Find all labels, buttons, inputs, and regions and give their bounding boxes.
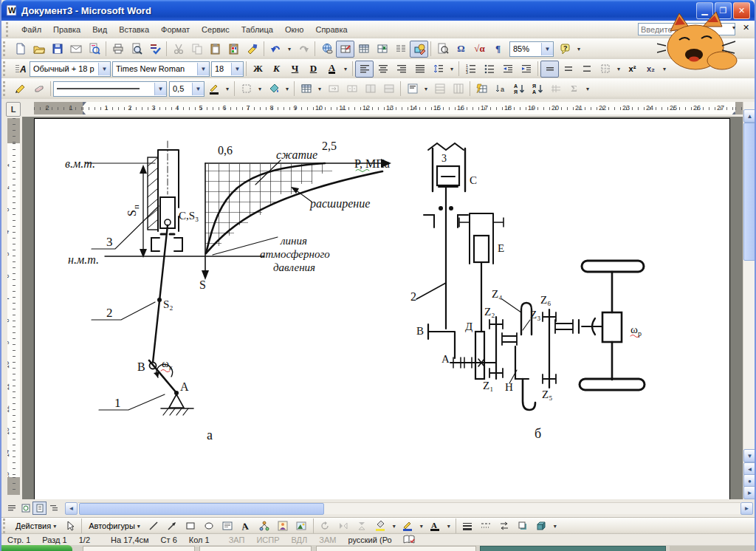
scroll-left-icon[interactable]: ◄ <box>65 502 78 515</box>
status-extend-mode[interactable]: ВДЛ <box>286 535 314 544</box>
vruler-bottom-margin[interactable] <box>7 477 20 495</box>
font-size-dropdown-icon[interactable]: ▼ <box>231 63 243 75</box>
threed-style-button[interactable] <box>532 518 551 535</box>
title-bar[interactable]: W Документ3 - Microsoft Word ▁ ❐ ✕ <box>1 0 755 21</box>
outline-view-button[interactable] <box>47 502 61 515</box>
toolbar-options-icon[interactable]: ▾ <box>551 519 560 534</box>
outside-border-button[interactable] <box>237 81 255 97</box>
rectangle-tool-button[interactable] <box>182 518 200 535</box>
email-button[interactable] <box>66 41 85 58</box>
columns-button[interactable] <box>391 41 410 58</box>
format-painter-button[interactable] <box>243 41 261 58</box>
toolbar-options-icon[interactable]: ▾ <box>574 41 583 57</box>
vertical-scrollbar[interactable]: ▲ ▼ ◄ ● ► <box>743 102 755 499</box>
insert-picture-button[interactable] <box>292 518 311 535</box>
bullet-list-button[interactable] <box>480 61 498 78</box>
styles-pane-button[interactable]: A <box>11 61 30 78</box>
style-combobox[interactable]: Обычный + 18 р ▼ <box>30 61 111 77</box>
menubar-close-icon[interactable]: ✕ <box>743 23 749 32</box>
document-page[interactable]: в.м.т. н.м.т. S п 3 C,S₃ S₂ 2 В ω к А <box>34 118 730 500</box>
toolbar-drag-handle[interactable] <box>6 22 12 37</box>
taskbar-button-active[interactable] <box>480 546 666 551</box>
hyperlink-button[interactable] <box>317 41 336 58</box>
print-preview-button[interactable] <box>127 41 145 58</box>
font-color-button-2[interactable]: А <box>426 518 444 535</box>
increase-indent-button[interactable] <box>517 61 535 78</box>
status-language[interactable]: русский (Ро <box>342 535 397 544</box>
ruler-right-margin[interactable] <box>735 102 743 114</box>
ruler-body[interactable]: 1234567891011121314151617181920212223242… <box>83 102 735 114</box>
shading-color-button[interactable] <box>264 81 283 97</box>
align-center-button[interactable] <box>374 61 392 78</box>
text-box-button[interactable] <box>219 518 237 535</box>
line-style-button[interactable] <box>458 518 477 535</box>
web-layout-button[interactable] <box>18 502 32 515</box>
print-layout-button[interactable] <box>32 502 47 515</box>
horizontal-scrollbar-thumb[interactable] <box>79 503 324 515</box>
horizontal-ruler[interactable]: 21 1234567891011121314151617181920212223… <box>34 102 743 114</box>
dash-style-button[interactable] <box>477 518 495 535</box>
line-style-dropdown-icon[interactable]: ▼ <box>154 83 166 95</box>
taskbar-button[interactable] <box>199 546 312 551</box>
font-color-button[interactable]: А <box>323 61 341 78</box>
draw-menu-button[interactable]: Действия▾ <box>11 519 61 534</box>
oval-tool-button[interactable] <box>200 518 219 535</box>
diagram-button[interactable] <box>255 518 274 535</box>
style-dropdown-icon[interactable]: ▼ <box>98 63 110 75</box>
underline-button[interactable]: Ч <box>286 61 304 78</box>
scroll-down-icon[interactable]: ▼ <box>743 449 756 462</box>
hanging-indent-marker[interactable] <box>83 107 86 114</box>
toolbar-options-icon[interactable]: ▾ <box>583 81 592 97</box>
bold-button[interactable]: Ж <box>249 61 267 78</box>
taskbar-button[interactable] <box>83 546 195 551</box>
vruler-top-margin[interactable] <box>7 118 20 143</box>
line-tool-button[interactable] <box>145 518 163 535</box>
drawing-button[interactable] <box>410 41 428 58</box>
menu-item[interactable]: Правка <box>47 23 86 36</box>
right-indent-marker[interactable] <box>731 108 735 114</box>
line-color-button[interactable] <box>399 518 417 535</box>
undo-button[interactable] <box>267 41 285 58</box>
arrow-tool-button[interactable] <box>163 518 182 535</box>
cell-alignment-dropdown-icon[interactable]: ▾ <box>422 81 430 97</box>
vertical-ruler[interactable]: 123456789101112131415 <box>7 118 20 495</box>
menu-item[interactable]: Окно <box>279 23 310 36</box>
line-color-dropdown-icon[interactable]: ▾ <box>417 519 426 534</box>
clip-art-button[interactable] <box>274 518 292 535</box>
text-direction-button[interactable]: a <box>491 81 509 97</box>
font-combobox[interactable]: Times New Roman ▼ <box>112 61 210 77</box>
eraser-button[interactable] <box>30 81 48 97</box>
equation-button[interactable]: √α <box>470 41 489 58</box>
fill-color-button[interactable] <box>371 518 390 535</box>
cell-alignment-button[interactable] <box>403 81 422 97</box>
single-spacing-button[interactable] <box>540 61 559 78</box>
menu-item[interactable]: Вставка <box>113 23 155 36</box>
line-spacing-button[interactable] <box>429 61 447 78</box>
vruler-body[interactable]: 123456789101112131415 <box>7 143 20 477</box>
wordart-button[interactable]: A <box>237 518 255 535</box>
menu-item[interactable]: Формат <box>155 23 196 36</box>
menu-item[interactable]: Сервис <box>196 23 236 36</box>
spelling-button[interactable] <box>145 41 164 58</box>
undo-dropdown-icon[interactable]: ▾ <box>285 41 294 57</box>
fill-color-dropdown-icon[interactable]: ▾ <box>390 519 399 534</box>
line-weight-combobox[interactable]: 0,5 ▼ <box>169 81 205 97</box>
font-size-combobox[interactable]: 18 ▼ <box>211 61 244 77</box>
insert-symbol-button[interactable]: Ω <box>452 41 470 58</box>
shading-dropdown-icon[interactable]: ▾ <box>283 81 292 97</box>
status-overtype-mode[interactable]: ЗАМ <box>313 535 342 544</box>
line-weight-dropdown-icon[interactable]: ▼ <box>192 83 204 95</box>
insert-table-button[interactable] <box>354 41 373 58</box>
taskbar-button[interactable] <box>316 546 476 551</box>
font-color-dropdown-icon[interactable]: ▾ <box>341 61 350 77</box>
paste-button[interactable] <box>206 41 224 58</box>
decrease-indent-button[interactable] <box>498 61 517 78</box>
show-paragraph-marks-button[interactable]: ¶ <box>489 41 507 58</box>
start-button[interactable] <box>1 545 72 551</box>
sort-descending-button[interactable]: ЯА <box>528 81 546 97</box>
insert-table-dropdown-icon[interactable]: ▾ <box>315 81 324 97</box>
borders-button[interactable] <box>596 61 614 78</box>
office-assistant-cat[interactable] <box>657 12 738 78</box>
insert-excel-button[interactable] <box>373 41 391 58</box>
insert-table-split-button[interactable] <box>297 81 315 97</box>
